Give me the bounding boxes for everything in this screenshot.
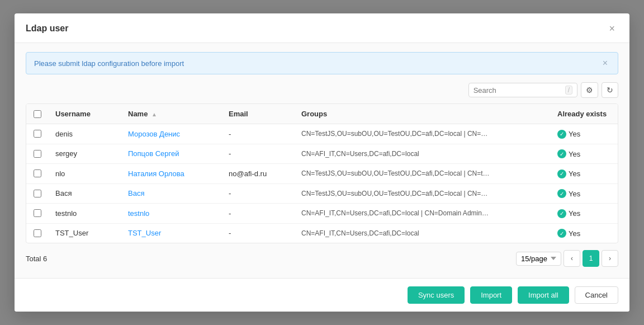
cancel-button[interactable]: Cancel: [575, 286, 618, 304]
exists-label: Yes: [569, 130, 580, 138]
exists-check-icon: ✓: [557, 169, 566, 178]
sort-icon: ▲: [151, 111, 157, 117]
import-all-button[interactable]: Import all: [518, 286, 569, 304]
page-1-label: 1: [589, 255, 593, 262]
row-name: TST_User: [121, 223, 222, 243]
import-button[interactable]: Import: [470, 286, 512, 304]
table-body: denis Морозов Денис - CN=TestJS,OU=subOU…: [26, 124, 618, 243]
name-link[interactable]: Наталия Орлова: [128, 169, 184, 178]
users-table-wrap: Username Name ▲ Email Groups: [26, 103, 618, 243]
row-username: nlo: [49, 164, 121, 184]
row-exists: ✓ Yes: [551, 204, 618, 224]
col-header-exists: Already exists: [551, 104, 618, 124]
table-row: testnlo testnlo - CN=AFI_IT,CN=Users,DC=…: [26, 204, 618, 224]
row-check-cell: [26, 164, 49, 184]
row-exists: ✓ Yes: [551, 144, 618, 164]
ldap-user-modal: Ldap user × Please submit ldap configura…: [15, 13, 629, 312]
row-exists: ✓ Yes: [551, 183, 618, 204]
row-name: Морозов Денис: [121, 124, 222, 144]
modal-overlay: Ldap user × Please submit ldap configura…: [0, 0, 644, 325]
exists-check-icon: ✓: [557, 229, 566, 238]
name-link[interactable]: Попцов Сергей: [128, 149, 179, 158]
row-exists: ✓ Yes: [551, 164, 618, 184]
table-row: nlo Наталия Орлова no@afi-d.ru CN=TestJS…: [26, 164, 618, 184]
users-table: Username Name ▲ Email Groups: [26, 104, 618, 243]
row-name: Наталия Орлова: [121, 164, 222, 184]
col-header-groups: Groups: [295, 104, 551, 124]
row-checkbox[interactable]: [34, 130, 41, 138]
row-email: no@afi-d.ru: [222, 164, 295, 184]
next-page-button[interactable]: ›: [602, 250, 618, 267]
modal-header: Ldap user ×: [15, 13, 629, 43]
modal-title: Ldap user: [26, 23, 68, 34]
row-checkbox[interactable]: [34, 209, 41, 217]
row-name: Попцов Сергей: [121, 144, 222, 164]
per-page-select[interactable]: 15/page30/page50/page: [516, 252, 561, 266]
row-email: -: [222, 144, 295, 164]
refresh-icon: ↻: [607, 86, 613, 95]
row-exists: ✓ Yes: [551, 124, 618, 144]
table-footer: Total 6 15/page30/page50/page ‹ 1 ›: [26, 243, 618, 269]
alert-banner: Please submit ldap configuration before …: [26, 52, 618, 74]
table-row: sergey Попцов Сергей - CN=AFI_IT,CN=User…: [26, 144, 618, 164]
row-username: denis: [49, 124, 121, 144]
table-row: Вася Вася - CN=TestJS,OU=subOU,OU=TestOU…: [26, 183, 618, 204]
row-groups: CN=AFI_IT,CN=Users,DC=afi,DC=local: [295, 144, 551, 164]
col-header-name: Name ▲: [121, 104, 222, 124]
row-exists: ✓ Yes: [551, 223, 618, 243]
name-link[interactable]: testnlo: [128, 209, 149, 218]
row-checkbox[interactable]: [34, 169, 41, 177]
row-groups: CN=AFI_IT,CN=Users,DC=afi,DC=local: [295, 223, 551, 243]
exists-check-icon: ✓: [557, 189, 566, 198]
name-link[interactable]: TST_User: [128, 229, 161, 237]
toolbar: / ⚙ ↻: [26, 82, 618, 98]
row-username: sergey: [49, 144, 121, 164]
name-link[interactable]: Вася: [128, 189, 144, 197]
table-row: TST_User TST_User - CN=AFI_IT,CN=Users,D…: [26, 223, 618, 243]
row-groups: CN=AFI_IT,CN=Users,DC=afi,DC=local | CN=…: [295, 204, 551, 224]
col-header-username: Username: [49, 104, 121, 124]
pagination: 15/page30/page50/page ‹ 1 ›: [516, 250, 618, 267]
row-checkbox[interactable]: [34, 229, 41, 237]
col-header-check: [26, 104, 49, 124]
settings-button[interactable]: ⚙: [581, 82, 598, 98]
row-check-cell: [26, 183, 49, 204]
row-check-cell: [26, 124, 49, 144]
table-header: Username Name ▲ Email Groups: [26, 104, 618, 124]
exists-check-icon: ✓: [557, 149, 566, 158]
table-row: denis Морозов Денис - CN=TestJS,OU=subOU…: [26, 124, 618, 144]
col-header-email: Email: [222, 104, 295, 124]
row-username: testnlo: [49, 204, 121, 224]
search-input[interactable]: [473, 86, 563, 95]
exists-label: Yes: [569, 169, 580, 178]
row-username: TST_User: [49, 223, 121, 243]
exists-check-icon: ✓: [557, 209, 566, 218]
exists-label: Yes: [569, 190, 580, 198]
modal-footer: Sync users Import Import all Cancel: [15, 278, 629, 312]
sync-users-button[interactable]: Sync users: [408, 286, 465, 304]
exists-label: Yes: [569, 150, 580, 158]
row-groups: CN=TestJS,OU=subOU,OU=TestOU,DC=afi,DC=l…: [295, 164, 551, 184]
row-groups: CN=TestJS,OU=subOU,OU=TestOU,DC=afi,DC=l…: [295, 124, 551, 144]
row-check-cell: [26, 144, 49, 164]
page-1-button[interactable]: 1: [583, 250, 599, 267]
name-link[interactable]: Морозов Денис: [128, 130, 180, 138]
row-checkbox[interactable]: [34, 150, 41, 158]
refresh-button[interactable]: ↻: [602, 82, 618, 98]
alert-close-button[interactable]: ×: [600, 58, 610, 68]
exists-check-icon: ✓: [557, 130, 566, 139]
select-all-checkbox[interactable]: [34, 110, 41, 118]
row-name: testnlo: [121, 204, 222, 224]
row-email: -: [222, 223, 295, 243]
exists-label: Yes: [569, 229, 580, 238]
row-email: -: [222, 124, 295, 144]
row-checkbox[interactable]: [34, 190, 41, 197]
row-name: Вася: [121, 183, 222, 204]
search-box: /: [468, 83, 577, 97]
prev-page-button[interactable]: ‹: [564, 250, 580, 267]
row-email: -: [222, 204, 295, 224]
row-groups: CN=TestJS,OU=subOU,OU=TestOU,DC=afi,DC=l…: [295, 183, 551, 204]
modal-close-button[interactable]: ×: [605, 22, 618, 35]
row-check-cell: [26, 204, 49, 224]
row-username: Вася: [49, 183, 121, 204]
